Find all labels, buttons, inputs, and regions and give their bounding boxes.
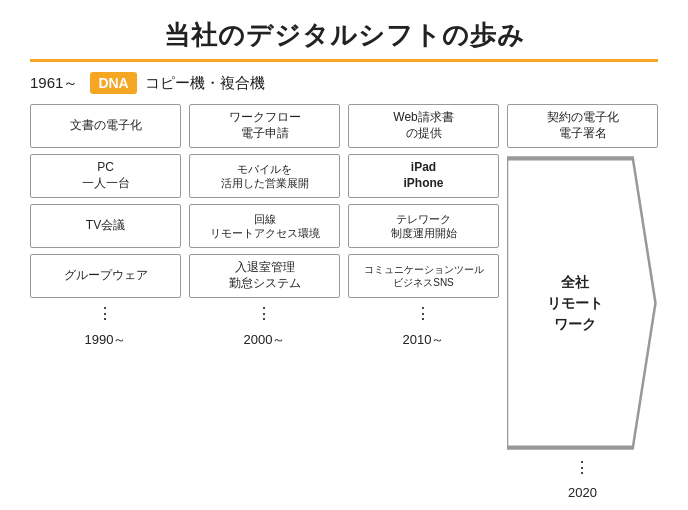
column-2020: 契約の電子化 電子署名 全社 リモート ワーク ⋮ 2020: [507, 104, 658, 500]
dots-3: ⋮: [415, 304, 433, 323]
cell-1-3: TV会議: [30, 204, 181, 248]
cell-2-1: ワークフロー 電子申請: [189, 104, 340, 148]
page-title: 当社のデジタルシフトの歩み: [164, 18, 525, 53]
arrow-text: 全社 リモート ワーク: [547, 272, 618, 335]
cell-1-2: PC 一人一台: [30, 154, 181, 198]
arrow-shape: 全社 リモート ワーク: [507, 154, 658, 452]
dna-year: 1961～: [30, 74, 78, 93]
cell-2-4: 入退室管理 勤怠システム: [189, 254, 340, 298]
dna-row: 1961～ DNA コピー機・複合機: [30, 72, 658, 94]
dots-1: ⋮: [97, 304, 115, 323]
orange-divider: [30, 59, 658, 62]
dots-2: ⋮: [256, 304, 274, 323]
cell-1-1: 文書の電子化: [30, 104, 181, 148]
cell-1-4: グループウェア: [30, 254, 181, 298]
column-1990: 文書の電子化 PC 一人一台 TV会議 グループウェア ⋮ 1990～: [30, 104, 181, 500]
year-1: 1990～: [85, 331, 127, 349]
cell-3-1: Web請求書 の提供: [348, 104, 499, 148]
year-4: 2020: [568, 485, 597, 500]
year-3: 2010～: [403, 331, 445, 349]
cell-4-top: 契約の電子化 電子署名: [507, 104, 658, 148]
year-2: 2000～: [244, 331, 286, 349]
cell-3-3: テレワーク 制度運用開始: [348, 204, 499, 248]
cell-3-2: iPad iPhone: [348, 154, 499, 198]
dna-badge: DNA: [90, 72, 136, 94]
column-2000: ワークフロー 電子申請 モバイルを 活用した営業展開 回線 リモートアクセス環境…: [189, 104, 340, 500]
main-grid: 文書の電子化 PC 一人一台 TV会議 グループウェア ⋮ 1990～ ワークフ…: [30, 104, 658, 500]
column-2010: Web請求書 の提供 iPad iPhone テレワーク 制度運用開始 コミュニ…: [348, 104, 499, 500]
cell-3-4: コミュニケーションツール ビジネスSNS: [348, 254, 499, 298]
dots-4: ⋮: [574, 458, 592, 477]
cell-2-3: 回線 リモートアクセス環境: [189, 204, 340, 248]
dna-label: コピー機・複合機: [145, 74, 265, 93]
cell-2-2: モバイルを 活用した営業展開: [189, 154, 340, 198]
